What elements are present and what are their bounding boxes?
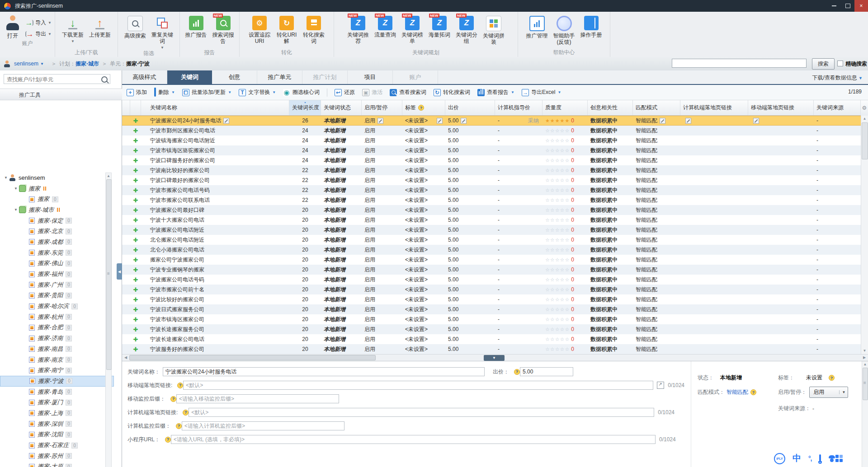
table-row[interactable]: ✚宁波十大搬家公司电话20本地新增启用<未设置>5.00-☆☆☆☆☆0数据积累中… — [122, 215, 861, 225]
tree-item-搬家-保定[interactable]: 搬家-保定0 — [0, 215, 114, 226]
promo-report-button[interactable]: 推广报告 — [183, 14, 209, 38]
add-keyword-icon[interactable]: ✚ — [133, 227, 138, 234]
tree-item-搬家-青岛[interactable]: 搬家-青岛0 — [0, 387, 114, 397]
traffic-query-button[interactable]: NEWZ流量查询 — [372, 14, 398, 38]
row-select-cell[interactable] — [122, 155, 130, 165]
row-add-cell[interactable]: ✚ — [130, 126, 141, 135]
table-row[interactable]: ✚宁波口碑最好的搬家公司22本地新增启用<未设置>5.00-☆☆☆☆☆0数据积累… — [122, 175, 861, 185]
advanced-search-button[interactable]: 高级搜索 — [122, 14, 148, 39]
open-button[interactable]: 打开 — [3, 14, 23, 40]
manual-button[interactable]: 操作手册 — [578, 14, 604, 38]
add-keyword-icon[interactable]: ✚ — [133, 147, 138, 154]
mobile-landing-input[interactable] — [183, 381, 653, 390]
search-button[interactable]: 搜索 — [812, 58, 835, 70]
scrollbar-thumb[interactable] — [862, 122, 868, 159]
delete-button[interactable]: 删除▼ — [154, 89, 175, 96]
table-row[interactable]: ✚宁波专业搬钢琴的搬家20本地新增启用<未设置>5.00-☆☆☆☆☆0数据积累中… — [122, 265, 861, 275]
table-row[interactable]: ✚北仑小港搬家公司电话20本地新增启用<未设置>5.00-☆☆☆☆☆0数据积累中… — [122, 245, 861, 255]
scrollbar-thumb[interactable] — [106, 179, 112, 370]
row-select-cell[interactable] — [122, 275, 130, 285]
table-row[interactable]: ✚宁波南比较好的搬家公司22本地新增启用<未设置>5.00-☆☆☆☆☆0数据积累… — [122, 165, 861, 175]
add-keyword-icon[interactable]: ✚ — [133, 207, 138, 214]
tree-item-搬家-杭州[interactable]: 搬家-杭州0 — [0, 312, 114, 322]
edit-icon[interactable] — [437, 118, 443, 124]
add-keyword-icon[interactable]: ✚ — [133, 346, 138, 353]
edit-icon[interactable] — [685, 118, 691, 124]
tree-item-搬家-北京[interactable]: 搬家-北京0 — [0, 226, 114, 237]
add-keyword-icon[interactable]: ✚ — [133, 316, 138, 323]
edit-icon[interactable] — [461, 118, 467, 124]
account-caret-icon[interactable]: ▼ — [40, 62, 44, 66]
table-row[interactable]: ✚宁波市搬家公司联系电话22本地新增启用<未设置>5.00-☆☆☆☆☆0数据积累… — [122, 195, 861, 205]
exact-search-checkbox[interactable] — [837, 61, 843, 66]
horizontal-scrollbar[interactable]: ◀ ▼ ▶ — [122, 354, 868, 361]
column-header-len[interactable]: 关键词长度 — [289, 100, 321, 115]
tree-expand-caret-icon[interactable]: ▼ — [13, 208, 19, 212]
tree-item-搬家-太原[interactable]: 搬家-太原0 — [0, 462, 114, 467]
scrollbar-thumb[interactable] — [863, 368, 868, 400]
keyword-ranking-button[interactable]: NEWZ关键词榜单 — [399, 14, 425, 44]
help-icon[interactable]: ? — [829, 375, 835, 381]
tree-item-搬家-成都[interactable]: 搬家-成都0 — [0, 237, 114, 248]
tree-item-搬家-佛山[interactable]: 搬家-佛山0 — [0, 258, 114, 269]
add-keyword-icon[interactable]: ✚ — [133, 336, 138, 343]
row-add-cell[interactable]: ✚ — [130, 225, 141, 235]
export-excel-button[interactable]: →导出Excel▼ — [522, 89, 561, 96]
tab-账户[interactable]: 账户 — [393, 70, 438, 84]
add-keyword-icon[interactable]: ✚ — [133, 127, 138, 134]
row-add-cell[interactable]: ✚ — [130, 294, 141, 304]
tree-item-搬家-东莞[interactable]: 搬家-东莞0 — [0, 248, 114, 258]
convert-search-terms-button[interactable]: ↻转化搜索词 — [434, 89, 470, 96]
row-select-cell[interactable] — [122, 165, 130, 175]
tree-item-搬家-福州[interactable]: 搬家-福州0 — [0, 269, 114, 280]
tree-item-搬家-贵阳[interactable]: 搬家-贵阳0 — [0, 290, 114, 301]
column-header-pc_guide[interactable]: 计算机指导价 — [495, 100, 542, 115]
help-icon[interactable]: ? — [183, 410, 189, 416]
row-select-cell[interactable] — [122, 175, 130, 185]
view-report-button[interactable]: 查看报告▼ — [477, 89, 514, 96]
match-mode-value[interactable]: 智能匹配 — [726, 388, 748, 396]
row-select-cell[interactable] — [122, 334, 130, 344]
add-keyword-icon[interactable]: ✚ — [133, 266, 138, 273]
add-keyword-icon[interactable]: ✚ — [133, 167, 138, 174]
row-add-cell[interactable]: ✚ — [130, 275, 141, 285]
add-keyword-icon[interactable]: ✚ — [133, 137, 138, 144]
column-header-enable[interactable]: 启用/暂停 — [362, 100, 402, 115]
export-button[interactable]: →导出▼ — [25, 30, 52, 38]
text-replace-button[interactable]: T文字替换▼ — [239, 89, 276, 96]
row-select-cell[interactable] — [122, 235, 130, 245]
table-row[interactable]: ✚北仑搬家公司电话附近20本地新增启用<未设置>5.00-☆☆☆☆☆0数据积累中… — [122, 235, 861, 245]
help-icon[interactable]: ? — [514, 369, 520, 375]
breadcrumb-account[interactable]: senlinsem — [14, 61, 38, 67]
add-keyword-icon[interactable]: ✚ — [133, 326, 138, 333]
promo-management-button[interactable]: 推广管理 — [524, 14, 550, 39]
detail-scrollbar[interactable]: ▲ — [862, 361, 868, 467]
scroll-up-icon[interactable]: ▲ — [862, 361, 868, 367]
help-icon[interactable]: ? — [170, 396, 176, 402]
scroll-right-icon[interactable]: ▶ — [861, 355, 868, 361]
table-row[interactable]: ✚宁波搬家公司电话号码20本地新增启用<未设置>5.00-☆☆☆☆☆0数据积累中… — [122, 275, 861, 285]
scrollbar-thumb[interactable] — [129, 355, 376, 360]
row-add-cell[interactable]: ✚ — [130, 235, 141, 245]
row-select-cell[interactable] — [122, 314, 130, 324]
breadcrumb-plan[interactable]: 搬家-城市 — [75, 60, 99, 68]
row-select-cell[interactable] — [122, 185, 130, 195]
download-update-button[interactable]: ↓下载更新▼ — [60, 14, 86, 43]
row-select-cell[interactable] — [122, 255, 130, 265]
miniapp-url-input[interactable] — [171, 435, 656, 444]
add-keyword-icon[interactable]: ✚ — [133, 117, 138, 124]
row-add-cell[interactable]: ✚ — [130, 215, 141, 225]
row-select-cell[interactable] — [122, 225, 130, 235]
row-select-cell[interactable] — [122, 116, 130, 125]
add-keyword-icon[interactable]: ✚ — [133, 187, 138, 194]
add-keyword-icon[interactable]: ✚ — [133, 276, 138, 283]
add-keyword-icon[interactable]: ✚ — [133, 286, 138, 293]
row-add-cell[interactable]: ✚ — [130, 304, 141, 314]
mic-icon[interactable] — [819, 455, 821, 462]
table-row[interactable]: ✚宁波市鄞州区搬家公司电话24本地新增启用<未设置>5.00-☆☆☆☆☆0数据积… — [122, 126, 861, 135]
row-add-cell[interactable]: ✚ — [130, 285, 141, 294]
column-header-bid[interactable]: 出价 — [445, 100, 495, 115]
enable-pause-select[interactable]: 启用 ▼ — [809, 387, 848, 398]
table-row[interactable]: ✚宁波比较好的搬家公司20本地新增启用<未设置>5.00-☆☆☆☆☆0数据积累中… — [122, 294, 861, 304]
tree-scrollbar[interactable]: ▲ ▼ — [105, 173, 112, 467]
